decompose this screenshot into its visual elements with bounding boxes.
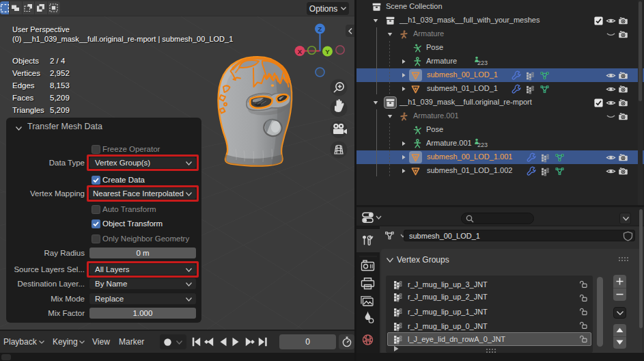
svg-text:Z: Z <box>318 25 322 33</box>
svg-text:X: X <box>298 48 303 55</box>
svg-text:Y: Y <box>325 48 330 55</box>
